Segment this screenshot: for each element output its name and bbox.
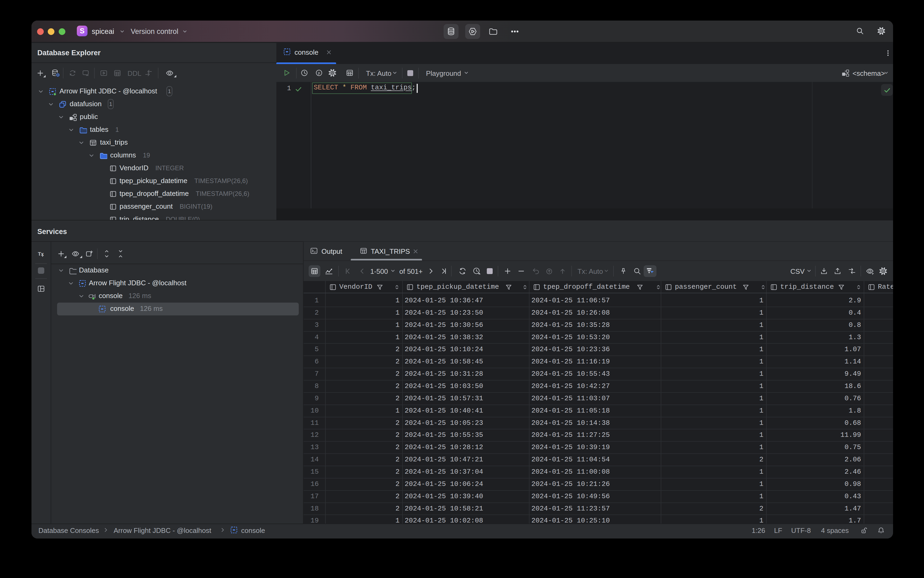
- svg-text:p: p: [318, 71, 320, 75]
